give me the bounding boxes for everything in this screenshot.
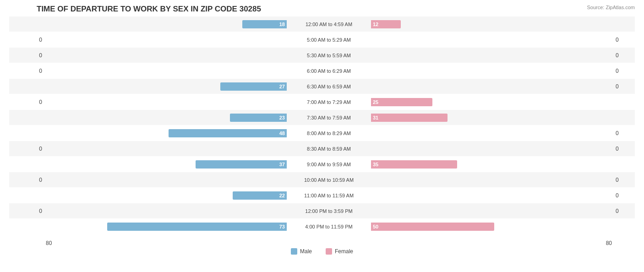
female-bar-area	[370, 144, 612, 154]
time-label: 8:00 AM to 8:29 AM	[288, 131, 370, 136]
female-outer-value: 0	[612, 83, 635, 90]
table-row: 012:00 PM to 3:59 PM0	[9, 203, 635, 218]
male-bar-label: 27	[279, 84, 285, 89]
table-row: 05:30 AM to 5:59 AM0	[9, 48, 635, 63]
time-label: 5:00 AM to 5:29 AM	[288, 37, 370, 43]
chart-area: 1812:00 AM to 4:59 AM1205:00 AM to 5:29 …	[9, 16, 635, 238]
female-bar-area	[370, 175, 612, 185]
table-row: 734:00 PM to 11:59 PM50	[9, 219, 635, 234]
male-bar: 23	[230, 114, 287, 122]
table-row: 05:00 AM to 5:29 AM0	[9, 32, 635, 47]
table-row: 2211:00 AM to 11:59 AM0	[9, 188, 635, 203]
male-bar: 73	[107, 223, 287, 231]
female-bar-area	[370, 50, 612, 60]
female-bar-label: 25	[373, 99, 378, 105]
male-bar-label: 23	[279, 115, 285, 120]
time-label: 12:00 PM to 3:59 PM	[288, 208, 370, 214]
time-label: 5:30 AM to 5:59 AM	[288, 53, 370, 58]
chart-container: TIME OF DEPARTURE TO WORK BY SEX IN ZIP …	[0, 0, 644, 272]
male-bar-label: 73	[279, 224, 285, 229]
male-bar: 18	[242, 20, 287, 28]
female-bar-label: 50	[373, 224, 378, 229]
female-bar: 12	[371, 20, 401, 28]
male-bar: 48	[169, 129, 287, 137]
female-bar: 25	[371, 98, 432, 106]
time-label: 10:00 AM to 10:59 AM	[288, 177, 370, 183]
female-bar-area	[370, 206, 612, 216]
axis-right-label: 80	[491, 240, 612, 246]
female-swatch	[326, 248, 332, 255]
female-bar: 31	[371, 114, 448, 122]
male-label: Male	[300, 248, 312, 255]
male-bar-area: 22	[46, 190, 288, 201]
time-label: 9:00 AM to 9:59 AM	[288, 162, 370, 167]
female-bar-label: 31	[373, 115, 378, 120]
legend: Male Female	[9, 248, 635, 255]
male-bar-area: 23	[46, 113, 288, 123]
female-bar: 35	[371, 160, 457, 169]
female-bar-area: 31	[370, 113, 612, 123]
male-swatch	[291, 248, 297, 255]
table-row: 010:00 AM to 10:59 AM0	[9, 172, 635, 187]
female-outer-value: 0	[612, 192, 635, 199]
male-bar-area: 37	[46, 159, 288, 169]
male-bar-area	[46, 35, 288, 45]
male-outer-value: 0	[9, 99, 46, 105]
male-bar: 22	[233, 191, 287, 200]
female-bar-area	[370, 82, 612, 92]
male-outer-value: 0	[9, 37, 46, 43]
female-bar-area: 35	[370, 159, 612, 169]
female-bar-area	[370, 128, 612, 138]
female-bar-area: 12	[370, 19, 612, 29]
time-label: 6:30 AM to 6:59 AM	[288, 84, 370, 89]
female-outer-value: 0	[612, 52, 635, 59]
female-outer-value: 0	[612, 177, 635, 183]
male-bar-label: 48	[279, 131, 285, 136]
male-bar-label: 22	[279, 193, 285, 198]
time-label: 8:30 AM to 8:59 AM	[288, 146, 370, 152]
time-label: 12:00 AM to 4:59 AM	[288, 22, 370, 27]
female-outer-value: 0	[612, 208, 635, 214]
table-row: 276:30 AM to 6:59 AM0	[9, 79, 635, 94]
axis-left-label: 80	[46, 240, 167, 246]
male-outer-value: 0	[9, 68, 46, 74]
table-row: 08:30 AM to 8:59 AM0	[9, 141, 635, 156]
source-label: Source: ZipAtlas.com	[587, 5, 635, 10]
legend-male: Male	[291, 248, 312, 255]
male-bar-label: 18	[279, 22, 285, 27]
table-row: 488:00 AM to 8:29 AM0	[9, 125, 635, 141]
female-bar-label: 12	[373, 22, 378, 27]
female-bar-label: 35	[373, 162, 378, 167]
time-label: 6:00 AM to 6:29 AM	[288, 68, 370, 74]
table-row: 07:00 AM to 7:29 AM25	[9, 94, 635, 109]
male-bar-area	[46, 97, 288, 107]
male-outer-value: 0	[9, 177, 46, 183]
female-outer-value: 0	[612, 68, 635, 74]
male-bar-area: 48	[46, 128, 288, 138]
male-bar: 37	[196, 160, 287, 169]
chart-title: TIME OF DEPARTURE TO WORK BY SEX IN ZIP …	[9, 5, 635, 14]
female-bar-area	[370, 35, 612, 45]
time-label: 7:30 AM to 7:59 AM	[288, 115, 370, 120]
table-row: 1812:00 AM to 4:59 AM12	[9, 16, 635, 32]
female-bar-area	[370, 66, 612, 76]
table-row: 379:00 AM to 9:59 AM35	[9, 157, 635, 172]
male-outer-value: 0	[9, 208, 46, 214]
male-bar-area	[46, 66, 288, 76]
male-bar-area	[46, 206, 288, 216]
male-outer-value: 0	[9, 52, 46, 59]
female-outer-value: 0	[612, 130, 635, 136]
female-bar-area: 25	[370, 97, 612, 107]
male-outer-value: 0	[9, 146, 46, 152]
male-bar-area: 27	[46, 82, 288, 92]
male-bar-area: 73	[46, 222, 288, 232]
male-bar-area	[46, 50, 288, 60]
female-outer-value: 0	[612, 37, 635, 43]
male-bar-area	[46, 175, 288, 185]
male-bar-area	[46, 144, 288, 154]
table-row: 237:30 AM to 7:59 AM31	[9, 110, 635, 125]
male-bar-area: 18	[46, 19, 288, 29]
female-bar-area: 50	[370, 222, 612, 232]
male-bar-label: 37	[279, 162, 285, 167]
male-bar: 27	[220, 82, 287, 91]
